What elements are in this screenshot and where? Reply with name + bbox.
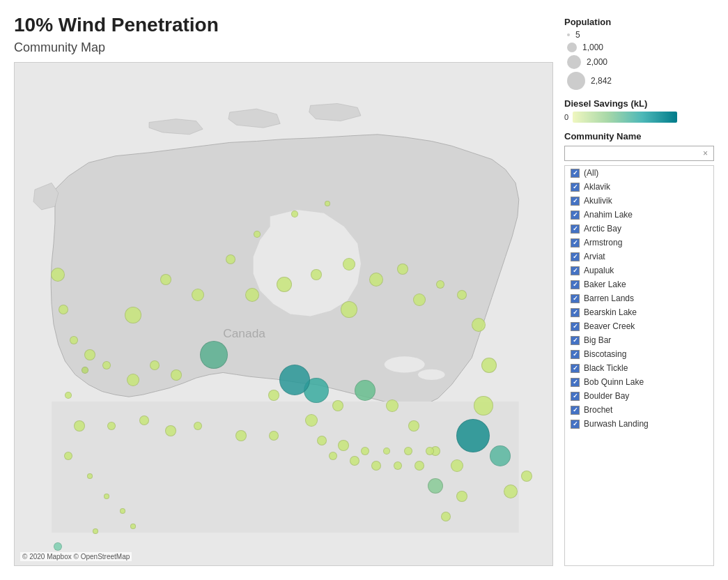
community-list-item[interactable]: Boulder Bay	[565, 389, 713, 403]
map-dot[interactable]	[355, 380, 375, 401]
community-checkbox[interactable]	[571, 350, 580, 359]
map-dot[interactable]	[369, 273, 383, 287]
map-dot[interactable]	[235, 430, 247, 441]
map-dot[interactable]	[254, 231, 261, 238]
community-list-item[interactable]: Akulivik	[565, 194, 713, 208]
map-dot[interactable]	[291, 211, 298, 218]
map-dot[interactable]	[311, 269, 322, 280]
map-dot[interactable]	[59, 305, 68, 314]
map-dot[interactable]	[160, 274, 171, 285]
community-list-item[interactable]: Anahim Lake	[565, 208, 713, 222]
map-dot[interactable]	[226, 254, 235, 264]
map-dot[interactable]	[277, 277, 292, 292]
map-dot[interactable]	[329, 452, 337, 460]
map-dot[interactable]	[456, 491, 467, 502]
map-dot[interactable]	[341, 301, 357, 318]
community-list-item[interactable]: Armstrong	[565, 236, 713, 250]
community-checkbox[interactable]	[571, 420, 580, 429]
community-checkbox[interactable]	[571, 336, 580, 345]
map-dot[interactable]	[456, 419, 490, 452]
community-checkbox[interactable]	[571, 224, 580, 234]
community-checkbox[interactable]	[571, 280, 580, 289]
map-dot[interactable]	[343, 258, 355, 270]
map-dot[interactable]	[415, 461, 424, 471]
map-dot[interactable]	[413, 293, 426, 306]
community-checkbox[interactable]	[571, 322, 580, 331]
map-dot[interactable]	[332, 400, 343, 411]
community-checkbox[interactable]	[571, 197, 580, 206]
community-checkbox[interactable]	[571, 183, 580, 192]
map-dot[interactable]	[200, 341, 228, 369]
community-checkbox[interactable]	[571, 406, 580, 415]
map-dot[interactable]	[325, 201, 330, 206]
map-dot[interactable]	[350, 456, 359, 466]
map-dot[interactable]	[139, 415, 149, 425]
community-list-item[interactable]: Aklavik	[565, 180, 713, 194]
community-list-item[interactable]: Beaver Creek	[565, 319, 713, 333]
map-dot[interactable]	[361, 447, 369, 455]
community-list-item[interactable]: Black Tickle	[565, 361, 713, 375]
map-dot[interactable]	[268, 390, 279, 401]
map-dot[interactable]	[102, 361, 111, 369]
map-dot[interactable]	[338, 440, 349, 451]
map-dot[interactable]	[107, 422, 116, 430]
map-dot[interactable]	[279, 365, 310, 395]
map-dot[interactable]	[386, 399, 398, 412]
community-list-item[interactable]: Arctic Bay	[565, 222, 713, 236]
map-dot[interactable]	[504, 484, 518, 498]
community-checkbox[interactable]	[571, 211, 580, 220]
map-dot[interactable]	[51, 268, 65, 282]
community-search-box[interactable]: ×	[564, 146, 714, 161]
community-checkbox[interactable]	[571, 378, 580, 387]
map-dot[interactable]	[171, 369, 182, 381]
map-dot[interactable]	[474, 396, 493, 415]
map-dot[interactable]	[457, 290, 467, 300]
map-dot[interactable]	[441, 512, 451, 521]
community-list-item[interactable]: Barren Lands	[565, 291, 713, 305]
map-dot[interactable]	[74, 420, 85, 432]
map-dot[interactable]	[192, 289, 204, 301]
map-dot[interactable]	[54, 542, 62, 551]
community-checkbox[interactable]	[571, 252, 580, 261]
map-dot[interactable]	[269, 431, 279, 441]
map-dot[interactable]	[165, 425, 176, 436]
map-dot[interactable]	[436, 280, 444, 289]
community-checkbox[interactable]	[571, 294, 580, 303]
map-dot[interactable]	[194, 422, 202, 430]
map-dot[interactable]	[394, 461, 402, 470]
map-dot[interactable]	[397, 264, 408, 275]
map-dot[interactable]	[305, 414, 318, 427]
map-dot[interactable]	[104, 494, 109, 499]
map-dot[interactable]	[490, 445, 511, 466]
map-dot[interactable]	[87, 473, 93, 479]
map-dot[interactable]	[125, 307, 141, 323]
map-dot[interactable]	[428, 478, 443, 494]
map-dot[interactable]	[130, 524, 136, 529]
community-list-item[interactable]: Aupaluk	[565, 264, 713, 277]
community-checkbox[interactable]	[571, 238, 580, 247]
community-list-item[interactable]: Biscotasing	[565, 347, 713, 361]
map-dot[interactable]	[371, 461, 381, 471]
map-dot[interactable]	[451, 459, 463, 472]
map-dot[interactable]	[404, 447, 412, 455]
community-list-item[interactable]: (All)	[565, 166, 713, 180]
map-dot[interactable]	[383, 448, 390, 455]
map-dot[interactable]	[521, 471, 532, 482]
community-clear-button[interactable]: ×	[702, 148, 709, 158]
community-checkbox[interactable]	[571, 266, 580, 275]
community-list-item[interactable]: Bob Quinn Lake	[565, 375, 713, 389]
map-dot[interactable]	[481, 358, 497, 373]
map-dot[interactable]	[120, 508, 125, 514]
map-dot[interactable]	[82, 367, 88, 374]
map-dot[interactable]	[93, 528, 98, 534]
community-list-item[interactable]: Baker Lake	[565, 277, 713, 291]
map-dot[interactable]	[317, 436, 327, 445]
map-dot[interactable]	[426, 447, 434, 455]
map-dot[interactable]	[84, 349, 95, 360]
community-checkbox[interactable]	[571, 364, 580, 373]
map-dot[interactable]	[408, 420, 419, 432]
community-list-item[interactable]: Bearskin Lake	[565, 305, 713, 319]
community-list-item[interactable]: Burwash Landing	[565, 417, 713, 431]
community-list-item[interactable]: Arviat	[565, 250, 713, 264]
map-container[interactable]: Canada © 2020 Mapbox © OpenStreetMap	[14, 62, 553, 566]
